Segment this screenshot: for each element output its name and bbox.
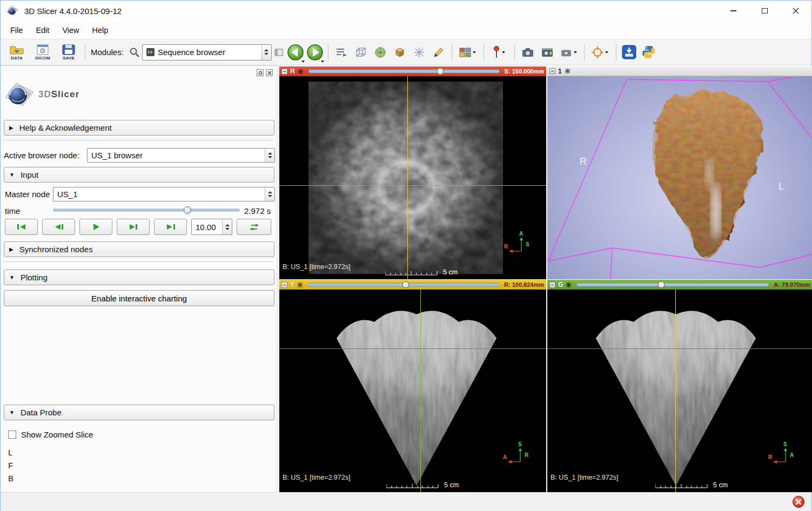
module-search-button[interactable] (127, 41, 142, 64)
time-slider[interactable] (53, 205, 240, 215)
next-frame-button[interactable] (117, 219, 150, 235)
red-view-label: R (290, 68, 295, 75)
yellow-slice-header: Y R: 100.824mm (279, 280, 546, 290)
dicom-button[interactable]: DICOM (30, 41, 56, 64)
yellow-slider-handle[interactable] (402, 281, 409, 288)
scene-views-menu-button[interactable] (557, 41, 581, 64)
skip-end-icon (166, 224, 176, 230)
red-collapse-button[interactable] (281, 69, 287, 75)
load-data-button[interactable]: DATA (4, 41, 30, 64)
master-node-combobox[interactable]: US_1 (53, 187, 275, 201)
previous-frame-button[interactable] (42, 219, 75, 235)
loop-button[interactable] (237, 219, 271, 235)
module-history-back-button[interactable] (286, 41, 305, 64)
scene-views-dropdown-icon[interactable] (574, 51, 577, 53)
active-browser-arrows[interactable] (265, 149, 274, 162)
section-synchronized-nodes[interactable]: ▶ Synchronized nodes (4, 241, 274, 257)
close-button[interactable] (780, 1, 811, 21)
show-zoomed-slice-checkbox[interactable] (8, 431, 16, 439)
screenshot-button[interactable] (518, 41, 538, 64)
minimize-button[interactable] (717, 1, 749, 21)
yellow-orientation-marker: S A R (505, 442, 530, 466)
green-slice-view[interactable]: B: US_1 [time=2.972s] 5 cm S R A (547, 290, 812, 492)
yellow-collapse-button[interactable] (281, 282, 287, 288)
extensions-manager-button[interactable] (620, 41, 639, 64)
master-node-arrows[interactable] (265, 187, 274, 201)
green-ultrasound-fan (589, 298, 762, 488)
mouse-place-mode-button[interactable] (487, 41, 511, 64)
expanded-arrow-icon: ▼ (9, 172, 15, 178)
place-mode-dropdown-icon[interactable] (502, 51, 505, 53)
active-browser-combobox[interactable]: US_1 browser (87, 148, 275, 163)
module-selector-value: Sequence browser (158, 48, 225, 57)
threeD-view[interactable]: R L (547, 76, 812, 279)
red-slider-handle[interactable] (437, 68, 444, 75)
layout-grid-icon (459, 48, 471, 57)
yellow-slice-slider[interactable] (308, 280, 499, 290)
section-data-probe[interactable]: ▼ Data Probe (4, 405, 274, 420)
transforms-module-button[interactable] (410, 41, 429, 64)
red-slice-slider[interactable] (308, 66, 500, 76)
sync-section-label: Synchronized nodes (19, 245, 93, 254)
green-slice-header: G A: 79.070mm (547, 280, 812, 290)
save-caption: SAVE (63, 56, 75, 60)
save-button[interactable]: SAVE (56, 41, 82, 64)
menu-edit[interactable]: Edit (29, 23, 56, 38)
layout-dropdown-icon[interactable] (473, 51, 476, 53)
module-history-forward-button[interactable] (305, 41, 325, 64)
enable-charting-button[interactable]: Enable interactive charting (4, 290, 274, 306)
section-plotting[interactable]: ▼ Plotting (4, 270, 274, 285)
forward-arrow-icon (306, 44, 324, 61)
module-panel-toggle-button[interactable] (272, 41, 286, 64)
error-log-button[interactable] (792, 495, 805, 508)
green-collapse-button[interactable] (549, 282, 555, 288)
yellow-pin-icon[interactable] (297, 282, 303, 288)
scene-view-capture-button[interactable] (538, 41, 557, 64)
panel-undock-button[interactable] (257, 69, 264, 76)
skip-to-start-button[interactable] (5, 219, 38, 235)
module-selector-combobox[interactable]: Sequence browser (142, 44, 272, 60)
red-pin-icon[interactable] (298, 69, 304, 75)
models-module-button[interactable] (371, 41, 390, 64)
layout-selector-button[interactable] (455, 41, 480, 64)
volume-module-button[interactable] (351, 41, 371, 64)
time-slider-handle[interactable] (184, 206, 191, 214)
red-slice-view[interactable]: B: US_1 [time=2.972s] 5 cm A R S (279, 76, 546, 279)
green-pin-icon[interactable] (566, 282, 572, 288)
green-crosshair-vertical (675, 290, 676, 492)
master-node-label: Master node (5, 190, 50, 199)
time-value: 2.972 s (244, 206, 271, 216)
forward-dropdown-icon[interactable] (321, 60, 324, 63)
module-selector-arrows[interactable] (261, 45, 271, 60)
volume-rendering-button[interactable] (390, 41, 410, 64)
green-slider-handle[interactable] (657, 281, 665, 288)
frame-rate-spinbox[interactable]: 10.00 (191, 219, 232, 235)
menu-help[interactable]: Help (86, 23, 115, 38)
back-dropdown-icon[interactable] (301, 60, 305, 63)
yellow-slice-view[interactable]: B: US_1 [time=2.972s] 5 cm S A R (279, 290, 546, 492)
play-button[interactable] (79, 219, 112, 235)
module-history-button[interactable] (332, 41, 351, 64)
skip-to-end-button[interactable] (154, 219, 187, 235)
menu-view[interactable]: View (56, 23, 85, 38)
red-slice-offset: S: 150.000mm (505, 68, 544, 75)
axis-cross-icon (507, 448, 526, 465)
axis-cross-icon (773, 448, 791, 465)
section-input[interactable]: ▼ Input (4, 167, 274, 183)
maximize-button[interactable] (749, 1, 780, 21)
python-console-button[interactable] (639, 41, 659, 64)
crosshair-button[interactable] (588, 41, 613, 64)
slicer-logo: 3DSlicer (4, 79, 79, 110)
frame-rate-arrows[interactable] (222, 219, 232, 234)
threeD-collapse-button[interactable] (549, 68, 555, 74)
editor-module-button[interactable] (429, 41, 448, 64)
menu-file[interactable]: File (4, 23, 29, 38)
axis-letter-left: R (504, 244, 508, 250)
panel-close-button[interactable] (266, 69, 273, 76)
threeD-pin-icon[interactable] (565, 68, 571, 74)
close-icon (793, 8, 799, 14)
crosshair-dropdown-icon[interactable] (605, 51, 608, 53)
green-slice-slider[interactable] (576, 280, 769, 290)
section-help-acknowledgement[interactable]: ▶ Help & Acknowledgement (4, 120, 274, 136)
green-corner-annotation: B: US_1 [time=2.972s] (551, 474, 618, 481)
